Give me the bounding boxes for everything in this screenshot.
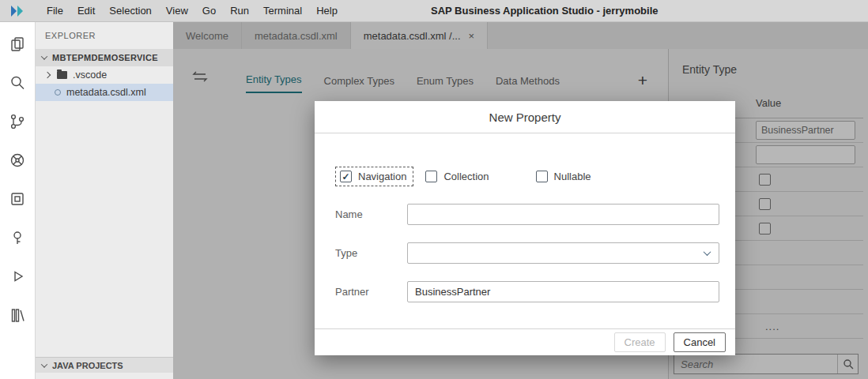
menubar: File Edit Selection View Go Run Terminal… bbox=[0, 0, 868, 22]
create-button[interactable]: Create bbox=[614, 332, 666, 352]
checkbox-label: Navigation bbox=[358, 171, 406, 182]
dialog-body: ✓ Navigation Collection Nullable bbox=[315, 133, 735, 328]
type-select[interactable] bbox=[407, 242, 719, 264]
dialog-title: New Property bbox=[315, 101, 735, 133]
tree-item-root[interactable]: MBTEPMDEMOSERVICE bbox=[36, 49, 173, 66]
library-icon[interactable] bbox=[8, 306, 27, 325]
new-property-dialog: New Property ✓ Navigation Collection bbox=[315, 101, 735, 355]
key-icon[interactable] bbox=[8, 228, 27, 247]
checkbox-unchecked-icon bbox=[425, 171, 437, 182]
chevron-down-icon bbox=[41, 53, 47, 59]
name-input[interactable] bbox=[407, 204, 719, 225]
activity-bar bbox=[0, 22, 36, 379]
chevron-down-icon bbox=[41, 361, 47, 367]
menu-run[interactable]: Run bbox=[223, 5, 256, 17]
checkbox-label: Collection bbox=[443, 171, 489, 182]
checkbox-label: Nullable bbox=[554, 171, 591, 182]
checkbox-navigation[interactable]: ✓ Navigation bbox=[335, 167, 413, 186]
menu-view[interactable]: View bbox=[159, 5, 195, 17]
dialog-footer: Create Cancel bbox=[315, 328, 735, 355]
section-label: JAVA PROJECTS bbox=[52, 361, 123, 370]
app-window: File Edit Selection View Go Run Terminal… bbox=[0, 0, 868, 379]
checkbox-nullable[interactable]: Nullable bbox=[532, 167, 598, 186]
checkbox-row: ✓ Navigation Collection Nullable bbox=[335, 167, 719, 186]
tree-item-label: .vscode bbox=[73, 69, 107, 81]
layout-icon[interactable] bbox=[8, 190, 27, 208]
menu-go[interactable]: Go bbox=[195, 5, 223, 17]
tree-item-metadata-file[interactable]: metadata.csdl.xml bbox=[36, 84, 173, 101]
type-label: Type bbox=[335, 247, 407, 259]
tree-item-label: MBTEPMDEMOSERVICE bbox=[52, 53, 158, 62]
source-control-icon[interactable] bbox=[8, 112, 27, 131]
menu-edit[interactable]: Edit bbox=[70, 5, 102, 17]
checkbox-checked-icon: ✓ bbox=[340, 171, 352, 182]
folder-icon bbox=[57, 71, 67, 79]
checkbox-collection[interactable]: Collection bbox=[421, 167, 495, 186]
menu-terminal[interactable]: Terminal bbox=[256, 5, 309, 17]
menu-help[interactable]: Help bbox=[309, 5, 345, 17]
tree-item-vscode[interactable]: .vscode bbox=[36, 66, 173, 84]
menu-selection[interactable]: Selection bbox=[102, 5, 158, 17]
section-java-projects[interactable]: JAVA PROJECTS bbox=[36, 357, 173, 373]
partner-field-row: Partner bbox=[335, 281, 719, 302]
menu-file[interactable]: File bbox=[40, 5, 70, 17]
chevron-down-icon bbox=[704, 248, 711, 256]
content-area: Welcome metadata.csdl.xml metadata.csdl.… bbox=[173, 22, 868, 379]
xml-file-icon bbox=[55, 89, 61, 96]
name-field-row: Name bbox=[335, 204, 719, 225]
sidebar-header: EXPLORER bbox=[36, 22, 173, 49]
sap-logo-icon bbox=[0, 4, 40, 18]
window-title: SAP Business Application Studio - jerrym… bbox=[431, 5, 659, 17]
checkbox-unchecked-icon bbox=[536, 171, 548, 182]
search-icon[interactable] bbox=[8, 73, 27, 92]
partner-input[interactable] bbox=[407, 281, 719, 302]
explorer-sidebar: EXPLORER MBTEPMDEMOSERVICE .vscode metad… bbox=[36, 22, 173, 379]
name-label: Name bbox=[335, 208, 407, 220]
run-icon[interactable] bbox=[8, 267, 27, 286]
explorer-icon[interactable] bbox=[8, 35, 27, 54]
chevron-right-icon bbox=[44, 72, 51, 78]
cancel-button[interactable]: Cancel bbox=[674, 332, 726, 352]
partner-label: Partner bbox=[335, 286, 407, 298]
type-field-row: Type bbox=[335, 242, 719, 264]
wheel-icon[interactable] bbox=[8, 151, 27, 170]
tree-item-label: metadata.csdl.xml bbox=[66, 87, 146, 98]
